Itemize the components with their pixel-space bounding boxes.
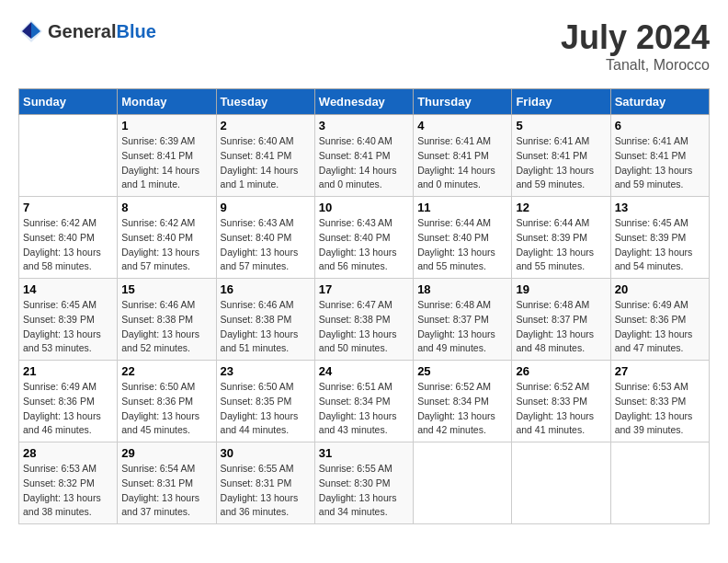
calendar-cell: 3Sunrise: 6:40 AM Sunset: 8:41 PM Daylig… [314, 115, 413, 197]
calendar-cell: 10Sunrise: 6:43 AM Sunset: 8:40 PM Dayli… [314, 197, 413, 279]
calendar-cell: 21Sunrise: 6:49 AM Sunset: 8:36 PM Dayli… [19, 361, 118, 442]
day-number: 20 [615, 282, 705, 296]
logo-text: GeneralBlue [48, 21, 156, 42]
day-info: Sunrise: 6:46 AM Sunset: 8:38 PM Dayligh… [221, 298, 311, 356]
day-number: 12 [516, 201, 606, 214]
column-header-sunday: Sunday [19, 89, 118, 115]
column-header-tuesday: Tuesday [216, 89, 314, 115]
day-info: Sunrise: 6:53 AM Sunset: 8:32 PM Dayligh… [23, 462, 113, 520]
day-number: 6 [615, 119, 705, 132]
day-number: 31 [319, 446, 409, 460]
calendar-cell: 5Sunrise: 6:41 AM Sunset: 8:41 PM Daylig… [512, 115, 610, 197]
day-number: 10 [319, 201, 409, 214]
day-number: 22 [121, 364, 211, 378]
main-title: July 2024 [561, 18, 710, 57]
day-info: Sunrise: 6:39 AM Sunset: 8:41 PM Dayligh… [121, 134, 211, 192]
calendar-cell: 19Sunrise: 6:48 AM Sunset: 8:37 PM Dayli… [512, 279, 610, 361]
calendar-cell: 31Sunrise: 6:55 AM Sunset: 8:30 PM Dayli… [314, 442, 413, 524]
day-info: Sunrise: 6:50 AM Sunset: 8:36 PM Dayligh… [121, 380, 211, 438]
day-number: 1 [121, 119, 211, 132]
day-number: 15 [121, 282, 211, 296]
calendar-cell: 27Sunrise: 6:53 AM Sunset: 8:33 PM Dayli… [610, 361, 709, 442]
week-row-4: 21Sunrise: 6:49 AM Sunset: 8:36 PM Dayli… [19, 361, 710, 442]
calendar-cell: 12Sunrise: 6:44 AM Sunset: 8:39 PM Dayli… [512, 197, 610, 279]
day-number: 13 [615, 201, 705, 214]
logo-icon [18, 18, 44, 44]
calendar-cell: 24Sunrise: 6:51 AM Sunset: 8:34 PM Dayli… [314, 361, 413, 442]
calendar-header-row: SundayMondayTuesdayWednesdayThursdayFrid… [19, 89, 710, 115]
calendar-cell [19, 115, 118, 197]
week-row-5: 28Sunrise: 6:53 AM Sunset: 8:32 PM Dayli… [19, 442, 710, 524]
calendar-cell [610, 442, 709, 524]
page-header: GeneralBlue July 2024 Tanalt, Morocco [18, 18, 710, 74]
calendar-cell [512, 442, 610, 524]
calendar-cell: 26Sunrise: 6:52 AM Sunset: 8:33 PM Dayli… [512, 361, 610, 442]
day-number: 7 [23, 201, 113, 214]
calendar-cell: 7Sunrise: 6:42 AM Sunset: 8:40 PM Daylig… [19, 197, 118, 279]
day-info: Sunrise: 6:44 AM Sunset: 8:40 PM Dayligh… [417, 216, 507, 274]
day-info: Sunrise: 6:55 AM Sunset: 8:31 PM Dayligh… [221, 462, 311, 520]
day-number: 28 [23, 446, 113, 460]
calendar-cell: 6Sunrise: 6:41 AM Sunset: 8:41 PM Daylig… [610, 115, 709, 197]
calendar-cell: 28Sunrise: 6:53 AM Sunset: 8:32 PM Dayli… [19, 442, 118, 524]
calendar-cell: 30Sunrise: 6:55 AM Sunset: 8:31 PM Dayli… [216, 442, 314, 524]
week-row-2: 7Sunrise: 6:42 AM Sunset: 8:40 PM Daylig… [19, 197, 710, 279]
day-number: 30 [221, 446, 311, 460]
day-info: Sunrise: 6:40 AM Sunset: 8:41 PM Dayligh… [319, 134, 409, 192]
day-number: 19 [516, 282, 606, 296]
column-header-thursday: Thursday [414, 89, 512, 115]
day-number: 8 [121, 201, 211, 214]
day-number: 27 [615, 364, 705, 378]
calendar-cell: 17Sunrise: 6:47 AM Sunset: 8:38 PM Dayli… [314, 279, 413, 361]
day-number: 14 [23, 282, 113, 296]
day-number: 24 [319, 364, 409, 378]
day-info: Sunrise: 6:45 AM Sunset: 8:39 PM Dayligh… [23, 298, 113, 356]
day-number: 5 [516, 119, 606, 132]
day-info: Sunrise: 6:53 AM Sunset: 8:33 PM Dayligh… [615, 380, 705, 438]
calendar-cell: 23Sunrise: 6:50 AM Sunset: 8:35 PM Dayli… [216, 361, 314, 442]
calendar-cell: 16Sunrise: 6:46 AM Sunset: 8:38 PM Dayli… [216, 279, 314, 361]
day-info: Sunrise: 6:47 AM Sunset: 8:38 PM Dayligh… [319, 298, 409, 356]
week-row-1: 1Sunrise: 6:39 AM Sunset: 8:41 PM Daylig… [19, 115, 710, 197]
column-header-wednesday: Wednesday [314, 89, 413, 115]
calendar-cell: 1Sunrise: 6:39 AM Sunset: 8:41 PM Daylig… [118, 115, 216, 197]
day-info: Sunrise: 6:49 AM Sunset: 8:36 PM Dayligh… [615, 298, 705, 356]
day-info: Sunrise: 6:40 AM Sunset: 8:41 PM Dayligh… [221, 134, 311, 192]
day-number: 9 [221, 201, 311, 214]
day-number: 18 [417, 282, 507, 296]
calendar-cell: 13Sunrise: 6:45 AM Sunset: 8:39 PM Dayli… [610, 197, 709, 279]
calendar-cell: 14Sunrise: 6:45 AM Sunset: 8:39 PM Dayli… [19, 279, 118, 361]
day-number: 23 [221, 364, 311, 378]
column-header-monday: Monday [118, 89, 216, 115]
day-number: 29 [121, 446, 211, 460]
calendar-cell: 22Sunrise: 6:50 AM Sunset: 8:36 PM Dayli… [118, 361, 216, 442]
day-info: Sunrise: 6:41 AM Sunset: 8:41 PM Dayligh… [516, 134, 606, 192]
day-info: Sunrise: 6:55 AM Sunset: 8:30 PM Dayligh… [319, 462, 409, 520]
day-number: 21 [23, 364, 113, 378]
day-info: Sunrise: 6:43 AM Sunset: 8:40 PM Dayligh… [221, 216, 311, 274]
calendar-cell [414, 442, 512, 524]
calendar-table: SundayMondayTuesdayWednesdayThursdayFrid… [18, 88, 710, 524]
day-number: 26 [516, 364, 606, 378]
day-info: Sunrise: 6:43 AM Sunset: 8:40 PM Dayligh… [319, 216, 409, 274]
day-number: 11 [417, 201, 507, 214]
day-number: 16 [221, 282, 311, 296]
day-info: Sunrise: 6:48 AM Sunset: 8:37 PM Dayligh… [417, 298, 507, 356]
calendar-cell: 18Sunrise: 6:48 AM Sunset: 8:37 PM Dayli… [414, 279, 512, 361]
day-number: 2 [221, 119, 311, 132]
day-info: Sunrise: 6:48 AM Sunset: 8:37 PM Dayligh… [516, 298, 606, 356]
day-info: Sunrise: 6:51 AM Sunset: 8:34 PM Dayligh… [319, 380, 409, 438]
day-info: Sunrise: 6:52 AM Sunset: 8:33 PM Dayligh… [516, 380, 606, 438]
calendar-cell: 4Sunrise: 6:41 AM Sunset: 8:41 PM Daylig… [414, 115, 512, 197]
column-header-friday: Friday [512, 89, 610, 115]
sub-title: Tanalt, Morocco [561, 57, 710, 74]
day-info: Sunrise: 6:49 AM Sunset: 8:36 PM Dayligh… [23, 380, 113, 438]
calendar-cell: 29Sunrise: 6:54 AM Sunset: 8:31 PM Dayli… [118, 442, 216, 524]
calendar-cell: 11Sunrise: 6:44 AM Sunset: 8:40 PM Dayli… [414, 197, 512, 279]
day-info: Sunrise: 6:52 AM Sunset: 8:34 PM Dayligh… [417, 380, 507, 438]
calendar-cell: 20Sunrise: 6:49 AM Sunset: 8:36 PM Dayli… [610, 279, 709, 361]
day-number: 25 [417, 364, 507, 378]
calendar-cell: 8Sunrise: 6:42 AM Sunset: 8:40 PM Daylig… [118, 197, 216, 279]
calendar-cell: 15Sunrise: 6:46 AM Sunset: 8:38 PM Dayli… [118, 279, 216, 361]
day-info: Sunrise: 6:42 AM Sunset: 8:40 PM Dayligh… [121, 216, 211, 274]
